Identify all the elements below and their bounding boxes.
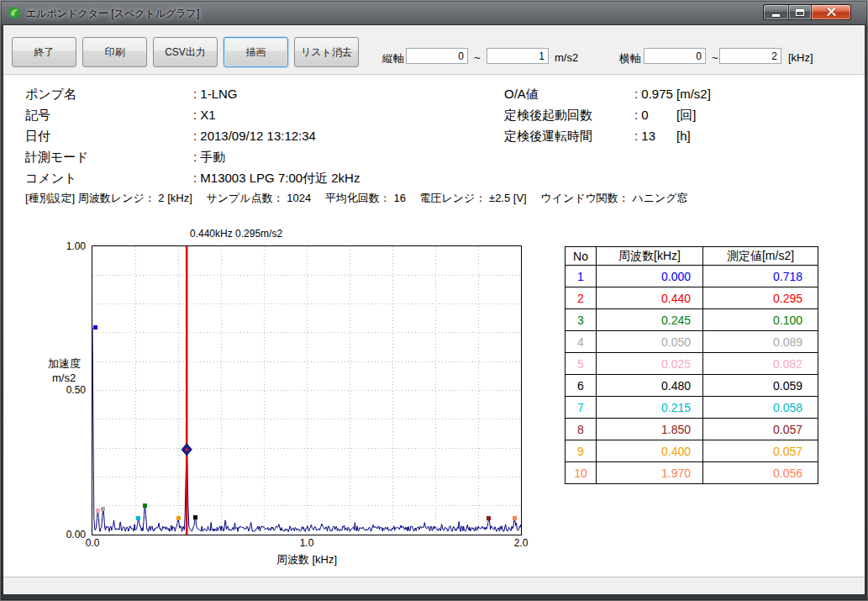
table-row[interactable]: 30.2450.100	[566, 309, 818, 331]
vaxis-max-input[interactable]	[487, 48, 549, 64]
vaxis-tilde: ~	[474, 51, 481, 64]
date-value: : 2013/09/12 13:12:34	[193, 129, 316, 143]
vertical-axis-label: 縦軸	[382, 51, 404, 66]
client-area: 終了 印刷 CSV出力 描画 リスト消去 縦軸 ~ m/s2 横軸 ~ [kHz…	[3, 25, 865, 594]
run-hours-value: : 13	[634, 129, 655, 143]
close-button[interactable]	[812, 4, 851, 20]
oa-value-label: O/A値	[504, 87, 539, 103]
measure-mode-value: : 手動	[193, 150, 225, 166]
vaxis-min-input[interactable]	[406, 48, 468, 64]
clear-list-button[interactable]: リスト消去	[294, 37, 359, 67]
symbol-value: : X1	[193, 108, 216, 122]
oa-value: : 0.975	[634, 87, 673, 101]
table-row[interactable]: 60.4800.059	[566, 375, 818, 397]
ytick-top: 1.00	[45, 240, 86, 252]
exit-button[interactable]: 終了	[12, 37, 76, 67]
x-axis-title: 周波数 [kHz]	[239, 552, 374, 567]
peak-table-header-row: No 周波数[kHz] 測定値[m/s2]	[566, 247, 818, 266]
header-frequency: 周波数[kHz]	[597, 247, 703, 266]
comment-value: : M13003 LPG 7:00付近 2kHz	[193, 171, 360, 187]
spectrum-plot-svg	[92, 246, 521, 535]
haxis-tilde: ~	[712, 51, 718, 64]
haxis-max-input[interactable]	[719, 48, 781, 64]
app-icon	[8, 6, 21, 19]
window-controls	[763, 4, 851, 20]
startup-count-value: : 0	[634, 108, 649, 122]
print-button[interactable]: 印刷	[82, 37, 147, 67]
cursor-readout: 0.440kHz 0.295m/s2	[190, 228, 282, 240]
xtick-left: 0.0	[76, 537, 109, 549]
oa-value-unit: [m/s2]	[676, 87, 711, 101]
close-icon	[826, 7, 837, 18]
header-no: No	[566, 247, 597, 266]
table-row[interactable]: 70.2150.058	[566, 397, 818, 419]
table-row[interactable]: 40.0500.089	[566, 331, 818, 353]
window-frame: エルポンドクター [スペクトルグラフ] 終了 印刷 CSV出力 描画 リスト消去…	[0, 0, 868, 601]
symbol-label: 記号	[25, 108, 50, 124]
run-hours-unit: [h]	[676, 129, 691, 143]
window-title: エルポンドクター [スペクトルグラフ]	[26, 7, 199, 21]
table-row[interactable]: 50.0250.082	[566, 353, 818, 375]
horizontal-axis-label: 横軸	[619, 51, 641, 66]
spectrum-plot[interactable]	[92, 245, 522, 535]
xtick-middle: 1.0	[290, 537, 324, 549]
minimize-icon	[772, 14, 780, 17]
maximize-icon	[796, 9, 804, 16]
pump-name-value: : 1-LNG	[193, 87, 238, 101]
comment-label: コメント	[25, 171, 76, 187]
maximize-button[interactable]	[788, 4, 812, 20]
header-value: 測定値[m/s2]	[703, 247, 818, 266]
status-bar	[3, 577, 865, 594]
table-row[interactable]: 10.0000.718	[566, 266, 818, 287]
xtick-right: 2.0	[504, 537, 538, 549]
startup-count-label: 定検後起動回数	[504, 108, 592, 124]
content-panel: ポンプ名 : 1-LNG 記号 : X1 日付 : 2013/09/12 13:…	[3, 74, 865, 577]
measure-mode-label: 計測モード	[25, 150, 89, 166]
y-axis-title-line1: 加速度	[48, 356, 81, 372]
csv-export-button[interactable]: CSV出力	[153, 37, 218, 67]
draw-button[interactable]: 描画	[224, 37, 288, 67]
haxis-unit-label: [kHz]	[788, 51, 813, 64]
titlebar[interactable]: エルポンドクター [スペクトルグラフ]	[0, 0, 868, 25]
ytick-middle: 0.50	[45, 384, 86, 396]
startup-count-unit: [回]	[676, 108, 696, 124]
pump-name-label: ポンプ名	[25, 87, 76, 103]
table-row[interactable]: 90.4000.057	[566, 440, 818, 462]
y-axis-title-line2: m/s2	[52, 372, 76, 384]
table-row[interactable]: 81.8500.057	[566, 419, 818, 440]
run-hours-label: 定検後運転時間	[504, 129, 592, 145]
haxis-min-input[interactable]	[644, 48, 706, 64]
vaxis-unit-label: m/s2	[555, 51, 578, 64]
minimize-button[interactable]	[763, 4, 788, 20]
table-row[interactable]: 20.4400.295	[566, 287, 818, 309]
date-label: 日付	[25, 129, 50, 145]
peak-table: No 周波数[kHz] 測定値[m/s2] 10.0000.71820.4400…	[565, 246, 818, 484]
measurement-settings-line: [種別設定] 周波数レンジ： 2 [kHz] サンプル点数： 1024 平均化回…	[25, 191, 688, 206]
table-row[interactable]: 101.9700.056	[566, 462, 818, 484]
